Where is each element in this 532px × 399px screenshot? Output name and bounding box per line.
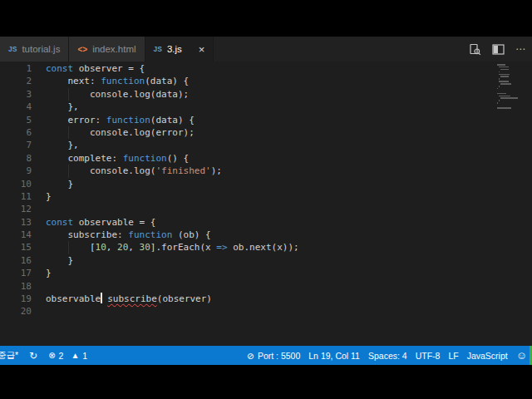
code-line[interactable]: 17} <box>0 267 532 279</box>
code-token: , <box>106 242 117 253</box>
language-mode[interactable]: JavaScript <box>467 351 508 361</box>
code-token: 20 <box>117 242 128 253</box>
code-token: } <box>46 179 73 190</box>
editor-actions: ⋯ <box>469 37 532 62</box>
feedback-smiley-icon[interactable]: ☺ <box>516 349 527 362</box>
git-branch-label[interactable]: 중급* <box>0 350 18 362</box>
code-token: function <box>123 153 167 164</box>
line-number: 17 <box>0 267 32 279</box>
line-number: 2 <box>0 75 32 87</box>
indent-guide <box>68 241 69 254</box>
vscode-window: JS tutorial.js <> index.html JS 3.js × <box>0 0 532 399</box>
minimap-line <box>499 78 500 80</box>
warning-icon: ▲ <box>71 351 79 360</box>
code-token: console.log( <box>46 165 155 176</box>
indent-guide <box>68 165 69 177</box>
tab-tutorial-js[interactable]: JS tutorial.js <box>0 37 69 62</box>
editor[interactable]: 1const observer = {2 next: function(data… <box>0 62 532 346</box>
more-actions-icon[interactable]: ⋯ <box>515 43 526 55</box>
minimap-line <box>499 86 500 87</box>
code-line[interactable]: 18 <box>0 280 532 293</box>
code-line[interactable]: 16 } <box>0 254 532 267</box>
line-number: 20 <box>0 305 32 318</box>
code-token: const <box>46 63 73 74</box>
minimap-line <box>497 88 498 90</box>
minimap-line <box>497 107 511 109</box>
line-number: 6 <box>0 126 32 139</box>
indentation-setting[interactable]: Spaces: 4 <box>368 351 407 361</box>
minimap[interactable] <box>497 64 527 112</box>
code-line[interactable]: 5 error: function(data) { <box>0 114 532 126</box>
code-line[interactable]: 10 } <box>0 178 532 190</box>
minimap-line <box>500 97 518 99</box>
cursor-position[interactable]: Ln 19, Col 11 <box>308 351 360 361</box>
code-line[interactable]: 1const observer = { <box>0 62 532 75</box>
tab-label: tutorial.js <box>22 44 60 54</box>
code-token: (observer) <box>157 293 212 304</box>
minimap-line <box>500 83 511 85</box>
code-token: 'finished' <box>155 165 210 176</box>
code-token: (data) { <box>150 115 195 126</box>
minimap-line <box>500 76 509 77</box>
tab-label: 3.js <box>167 44 182 54</box>
line-number: 18 <box>0 280 32 293</box>
tab-index-html[interactable]: <> index.html <box>69 37 145 62</box>
error-squiggle-text: subscribe <box>107 293 157 304</box>
code-token: function <box>128 229 172 240</box>
code-line[interactable]: 8 complete: function() { <box>0 152 532 165</box>
code-token: (data) { <box>145 76 189 86</box>
code-token: } <box>46 268 52 278</box>
code-token: => <box>216 242 227 253</box>
js-file-icon: JS <box>8 45 17 53</box>
line-number: 5 <box>0 114 32 126</box>
code-line[interactable]: 15 [10, 20, 30].forEach(x => ob.next(x))… <box>0 241 532 254</box>
code-token: 10 <box>96 242 106 253</box>
split-editor-icon[interactable] <box>492 44 505 55</box>
eol-setting[interactable]: LF <box>448 351 458 361</box>
close-tab-icon[interactable]: × <box>199 44 205 55</box>
code-line[interactable]: 13const observable = { <box>0 216 532 229</box>
tab-3-js[interactable]: JS 3.js × <box>145 37 214 62</box>
code-line[interactable]: 12 <box>0 203 532 215</box>
line-number: 11 <box>0 190 32 203</box>
circle-slash-icon: ⊘ <box>247 351 254 361</box>
minimap-line <box>497 64 505 66</box>
code-token: observable = { <box>73 217 155 228</box>
warning-count: 1 <box>82 351 87 361</box>
code-line[interactable]: 4 }, <box>0 101 532 113</box>
line-number: 7 <box>0 139 32 151</box>
code-line[interactable]: 3 console.log(data); <box>0 88 532 101</box>
problems-indicator[interactable]: ⊗ 2 ▲ 1 <box>48 351 87 361</box>
code-line[interactable]: 2 next: function(data) { <box>0 75 532 87</box>
code-token: }, <box>46 101 79 112</box>
minimap-line <box>499 96 510 97</box>
sync-icon[interactable]: ↻ <box>29 350 37 362</box>
line-number: 1 <box>0 62 32 75</box>
code-token: observable <box>46 293 101 304</box>
open-preview-icon[interactable] <box>469 43 481 56</box>
code-line[interactable]: 19observable subscribe(observer) <box>0 293 532 305</box>
status-bar-left: 중급* ↻ ⊗ 2 ▲ 1 <box>0 350 87 362</box>
port-label: Port : 5500 <box>258 351 300 361</box>
encoding-setting[interactable]: UTF-8 <box>416 351 441 361</box>
live-server-port[interactable]: ⊘ Port : 5500 <box>247 351 300 361</box>
code-token: observer = { <box>73 63 145 74</box>
code-line[interactable]: 11} <box>0 190 532 203</box>
code-line[interactable]: 9 console.log('finished'); <box>0 165 532 177</box>
code-line[interactable]: 14 subscribe: function (ob) { <box>0 229 532 241</box>
code-lines[interactable]: 1const observer = {2 next: function(data… <box>0 62 532 318</box>
minimap-line <box>499 100 500 101</box>
error-count: 2 <box>59 351 64 361</box>
minimap-line <box>499 71 500 73</box>
code-line[interactable]: 6 console.log(error); <box>0 126 532 139</box>
tab-label: index.html <box>92 44 135 54</box>
code-line[interactable]: 7 }, <box>0 139 532 151</box>
minimap-line <box>499 66 509 68</box>
code-token: error: <box>46 115 106 126</box>
indent-guide <box>68 126 69 139</box>
code-token: () { <box>167 153 190 164</box>
html-file-icon: <> <box>77 45 87 54</box>
minimap-line <box>497 93 506 95</box>
code-line[interactable]: 20 <box>0 305 532 318</box>
minimap-line <box>499 81 509 82</box>
